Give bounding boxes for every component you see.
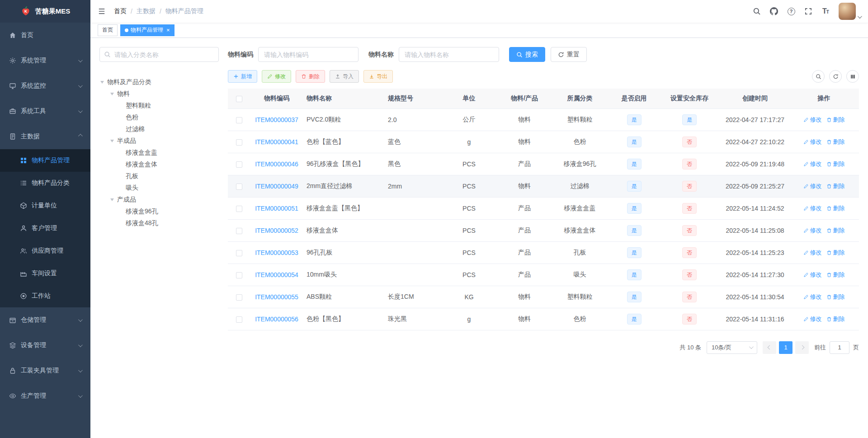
font-size-button[interactable]: TT bbox=[818, 4, 833, 19]
safety-stock-tag[interactable]: 否 bbox=[682, 292, 697, 302]
tree-node-semi-finished[interactable]: 半成品 bbox=[99, 135, 219, 147]
tree-node-plastic-granule[interactable]: 塑料颗粒 bbox=[99, 100, 219, 112]
next-page-button[interactable] bbox=[795, 341, 809, 354]
safety-stock-tag[interactable]: 否 bbox=[682, 314, 697, 325]
item-code-link[interactable]: ITEM00000055 bbox=[255, 293, 298, 301]
edit-link[interactable]: 修改 bbox=[803, 226, 822, 235]
edit-link[interactable]: 修改 bbox=[803, 160, 822, 168]
tree-node-box-body[interactable]: 移液盒盒体 bbox=[99, 159, 219, 170]
safety-stock-tag[interactable]: 否 bbox=[682, 225, 697, 236]
row-checkbox[interactable] bbox=[236, 294, 242, 301]
sidebar-item-device-mgmt[interactable]: 设备管理 bbox=[0, 333, 90, 358]
edit-link[interactable]: 修改 bbox=[803, 293, 822, 301]
enabled-tag[interactable]: 是 bbox=[627, 292, 642, 302]
search-button[interactable]: 搜索 bbox=[509, 47, 545, 62]
help-button[interactable]: ? bbox=[783, 4, 799, 19]
enabled-tag[interactable]: 是 bbox=[627, 159, 642, 170]
row-checkbox[interactable] bbox=[236, 184, 242, 190]
item-code-link[interactable]: ITEM00000041 bbox=[255, 138, 298, 146]
tree-node-box-96[interactable]: 移液盒96孔 bbox=[99, 206, 219, 217]
edit-link[interactable]: 修改 bbox=[803, 271, 822, 279]
sidebar-item-warehouse-mgmt[interactable]: 仓储管理 bbox=[0, 307, 90, 333]
delete-link[interactable]: 删除 bbox=[826, 116, 845, 124]
edit-link[interactable]: 修改 bbox=[803, 204, 822, 212]
reset-button[interactable]: 重置 bbox=[551, 47, 587, 62]
goto-page-input[interactable] bbox=[830, 341, 849, 354]
category-search-input[interactable] bbox=[99, 47, 219, 62]
add-button[interactable]: 新增 bbox=[228, 70, 257, 83]
delete-link[interactable]: 删除 bbox=[826, 226, 845, 235]
row-checkbox[interactable] bbox=[236, 272, 242, 278]
enabled-tag[interactable]: 是 bbox=[627, 137, 642, 147]
safety-stock-tag[interactable]: 否 bbox=[682, 159, 697, 170]
tree-node-finished[interactable]: 产成品 bbox=[99, 194, 219, 206]
delete-link[interactable]: 删除 bbox=[826, 204, 845, 212]
edit-link[interactable]: 修改 bbox=[803, 182, 822, 190]
safety-stock-tag[interactable]: 否 bbox=[682, 137, 697, 147]
github-button[interactable] bbox=[766, 4, 782, 19]
item-code-link[interactable]: ITEM00000046 bbox=[255, 160, 298, 168]
sidebar-item-master-data[interactable]: 主数据 bbox=[0, 124, 90, 149]
delete-link[interactable]: 删除 bbox=[826, 160, 845, 168]
sidebar-item-system-admin[interactable]: 系统管理 bbox=[0, 48, 90, 73]
sidebar-item-measure-unit[interactable]: 计量单位 bbox=[0, 194, 90, 217]
sidebar-item-supplier-mgmt[interactable]: 供应商管理 bbox=[0, 240, 90, 262]
enabled-tag[interactable]: 是 bbox=[627, 181, 642, 192]
tab-material-product-mgmt[interactable]: 物料产品管理 × bbox=[120, 24, 175, 36]
close-icon[interactable]: × bbox=[166, 27, 170, 33]
safety-stock-tag[interactable]: 否 bbox=[682, 247, 697, 258]
app-logo[interactable]: 苦糖果MES bbox=[0, 0, 90, 23]
tree-node-box-lid[interactable]: 移液盒盒盖 bbox=[99, 147, 219, 159]
sidebar-item-workshop-settings[interactable]: 车间设置 bbox=[0, 262, 90, 285]
item-code-link[interactable]: ITEM00000052 bbox=[255, 227, 298, 234]
item-code-link[interactable]: ITEM00000037 bbox=[255, 116, 298, 123]
enabled-tag[interactable]: 是 bbox=[627, 269, 642, 280]
item-code-link[interactable]: ITEM00000053 bbox=[255, 249, 298, 256]
tree-node-box-48[interactable]: 移液盒48孔 bbox=[99, 217, 219, 229]
delete-link[interactable]: 删除 bbox=[826, 249, 845, 257]
safety-stock-tag[interactable]: 是 bbox=[682, 114, 697, 125]
enabled-tag[interactable]: 是 bbox=[627, 114, 642, 125]
enabled-tag[interactable]: 是 bbox=[627, 247, 642, 258]
enabled-tag[interactable]: 是 bbox=[627, 314, 642, 325]
row-checkbox[interactable] bbox=[236, 161, 242, 168]
edit-link[interactable]: 修改 bbox=[803, 249, 822, 257]
sidebar-toggle-button[interactable] bbox=[98, 7, 107, 16]
tree-node-plate[interactable]: 孔板 bbox=[99, 170, 219, 182]
sidebar-item-workstation[interactable]: 工作站 bbox=[0, 285, 90, 307]
sidebar-item-production-mgmt[interactable]: 生产管理 bbox=[0, 383, 90, 409]
tree-node-filter-cotton[interactable]: 过滤棉 bbox=[99, 123, 219, 135]
enabled-tag[interactable]: 是 bbox=[627, 203, 642, 214]
delete-link[interactable]: 删除 bbox=[826, 315, 845, 323]
header-search-button[interactable] bbox=[749, 4, 764, 19]
sidebar-item-material-product-mgmt[interactable]: 物料产品管理 bbox=[0, 149, 90, 172]
sidebar-item-system-tools[interactable]: 系统工具 bbox=[0, 99, 90, 124]
breadcrumb-master-data[interactable]: 主数据 bbox=[137, 7, 156, 15]
safety-stock-tag[interactable]: 否 bbox=[682, 269, 697, 280]
delete-link[interactable]: 删除 bbox=[826, 182, 845, 190]
toggle-search-button[interactable] bbox=[812, 70, 825, 83]
safety-stock-tag[interactable]: 否 bbox=[682, 181, 697, 192]
row-checkbox[interactable] bbox=[236, 316, 242, 323]
delete-link[interactable]: 删除 bbox=[826, 138, 845, 146]
delete-button[interactable]: 删除 bbox=[296, 70, 325, 83]
row-checkbox[interactable] bbox=[236, 206, 242, 212]
tree-node-material[interactable]: 物料 bbox=[99, 88, 219, 100]
enabled-tag[interactable]: 是 bbox=[627, 225, 642, 236]
item-code-link[interactable]: ITEM00000056 bbox=[255, 316, 298, 323]
row-checkbox[interactable] bbox=[236, 139, 242, 146]
page-size-select[interactable]: 10条/页 bbox=[707, 341, 757, 354]
fullscreen-button[interactable] bbox=[801, 4, 816, 19]
export-button[interactable]: 导出 bbox=[363, 70, 393, 83]
tree-node-tip[interactable]: 吸头 bbox=[99, 182, 219, 194]
edit-link[interactable]: 修改 bbox=[803, 315, 822, 323]
safety-stock-tag[interactable]: 否 bbox=[682, 203, 697, 214]
edit-link[interactable]: 修改 bbox=[803, 138, 822, 146]
edit-link[interactable]: 修改 bbox=[803, 116, 822, 124]
name-input[interactable] bbox=[399, 47, 499, 62]
sidebar-item-material-product-category[interactable]: 物料产品分类 bbox=[0, 172, 90, 194]
breadcrumb-home[interactable]: 首页 bbox=[114, 7, 127, 15]
row-checkbox[interactable] bbox=[236, 117, 242, 123]
edit-button[interactable]: 修改 bbox=[262, 70, 291, 83]
item-code-link[interactable]: ITEM00000049 bbox=[255, 183, 298, 190]
